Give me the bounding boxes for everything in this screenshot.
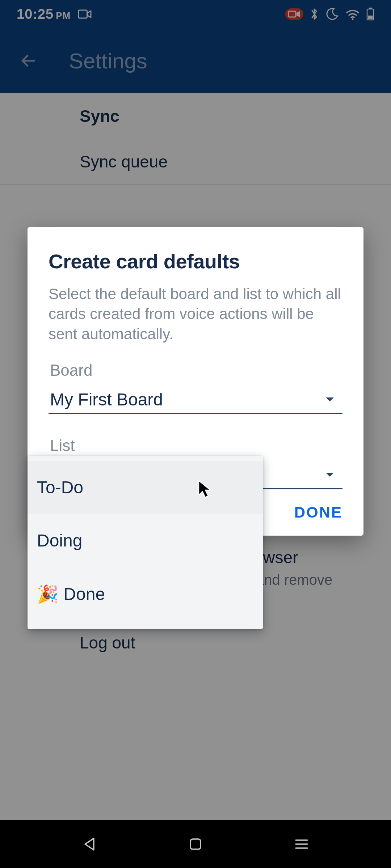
list-option-done[interactable]: 🎉 Done [28,567,263,621]
dialog-title: Create card defaults [49,250,342,273]
android-nav-bar [0,820,391,868]
board-select-value: My First Board [50,390,163,409]
list-option-doing[interactable]: Doing [28,514,263,567]
board-label: Board [50,361,342,379]
board-select[interactable]: My First Board [49,386,342,414]
svg-rect-7 [190,839,201,849]
list-dropdown-menu: To-Do Doing 🎉 Done [28,456,263,629]
dialog-description: Select the default board and list to whi… [49,284,342,344]
done-button[interactable]: DONE [294,504,342,521]
list-option-todo[interactable]: To-Do [28,461,263,514]
chevron-down-icon [325,472,335,478]
chevron-down-icon [325,397,335,403]
list-label: List [50,437,342,455]
nav-recent-button[interactable] [280,838,323,850]
nav-home-button[interactable] [174,838,217,851]
nav-back-button[interactable] [68,837,111,851]
